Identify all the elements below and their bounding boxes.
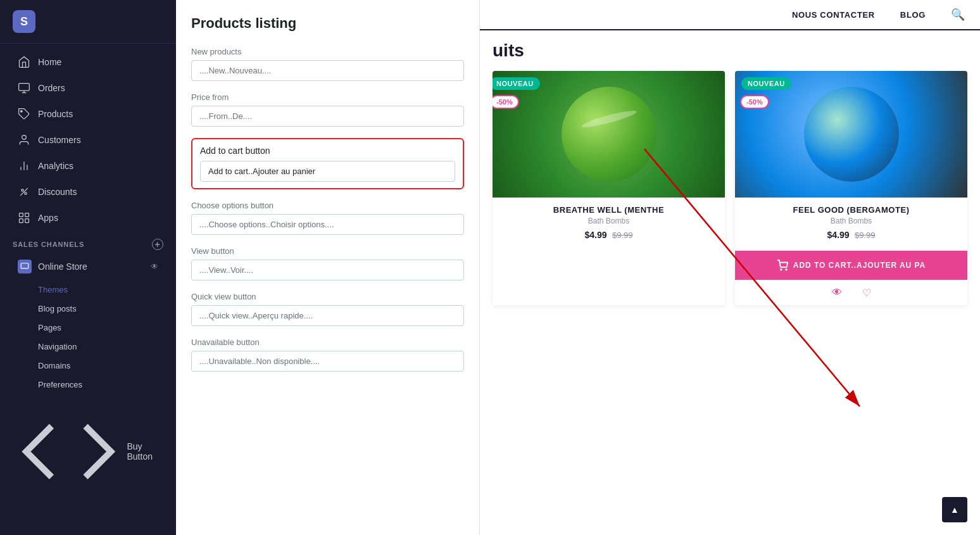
sidebar-logo: S <box>0 0 176 44</box>
sidebar-item-label: Analytics <box>38 161 73 171</box>
svg-rect-0 <box>19 84 30 91</box>
svg-rect-12 <box>20 219 23 223</box>
view-button-label: View button <box>191 246 464 256</box>
price-old-2: $9.99 <box>855 230 876 240</box>
sidebar-item-orders[interactable]: Orders <box>5 75 171 101</box>
sales-channels-label: SALES CHANNELS <box>13 241 84 248</box>
quick-view-input[interactable] <box>191 305 464 326</box>
sidebar-item-pages[interactable]: Pages <box>5 318 171 337</box>
cart-icon <box>777 260 788 271</box>
product-category-2: Bath Bombs <box>744 217 958 225</box>
discounts-icon <box>18 186 30 198</box>
nav-link-contact[interactable]: NOUS CONTACTER <box>792 10 875 20</box>
svg-point-9 <box>25 192 27 194</box>
product-image-green: NOUVEAU -50% <box>493 71 725 198</box>
store-header: NOUS CONTACTER BLOG 🔍 <box>480 0 980 30</box>
scroll-to-top-button[interactable]: ▲ <box>942 497 967 522</box>
badge-discount-1: -50% <box>493 95 519 109</box>
quick-view-icon[interactable]: 👁 <box>832 287 842 299</box>
products-grid: NOUVEAU -50% BREATHE WELL (MENTHE Bath B… <box>493 71 967 305</box>
online-store-left: Online Store <box>18 260 87 274</box>
sidebar-item-label: Home <box>38 57 61 67</box>
sidebar-item-products[interactable]: Products <box>5 101 171 127</box>
sidebar-item-themes[interactable]: Themes <box>5 280 171 299</box>
price-from-field: Price from <box>191 92 464 127</box>
nav-link-blog[interactable]: BLOG <box>900 10 926 20</box>
bath-bomb-green <box>562 87 656 182</box>
middle-panel: Products listing New products Price from… <box>176 0 480 535</box>
add-to-cart-label: Add to cart button <box>200 146 455 156</box>
product-price-2: $4.99 $9.99 <box>744 229 958 241</box>
sidebar-item-customers[interactable]: Customers <box>5 127 171 153</box>
sidebar: S Home Orders Products Customers Analyti… <box>0 0 176 535</box>
sidebar-item-home[interactable]: Home <box>5 49 171 75</box>
unavailable-field: Unavailable button <box>191 337 464 372</box>
sidebar-item-label: Customers <box>38 135 81 145</box>
product-card-1: NOUVEAU -50% BREATHE WELL (MENTHE Bath B… <box>493 71 725 305</box>
view-button-input[interactable] <box>191 260 464 280</box>
sidebar-item-preferences[interactable]: Preferences <box>5 375 171 394</box>
quick-view-field: Quick view button <box>191 292 464 326</box>
search-icon[interactable]: 🔍 <box>951 8 965 22</box>
product-name-2: FEEL GOOD (BERGAMOTE) <box>744 205 958 215</box>
product-card-2: NOUVEAU -50% FEEL GOOD (BERGAMOTE) Bath … <box>735 71 967 305</box>
bath-bomb-blue <box>804 87 899 182</box>
products-icon <box>18 108 30 120</box>
price-current-2: $4.99 <box>827 230 849 240</box>
choose-options-field: Choose options button <box>191 201 464 235</box>
price-from-label: Price from <box>191 92 464 102</box>
product-info-2: FEEL GOOD (BERGAMOTE) Bath Bombs $4.99 $… <box>735 198 967 246</box>
svg-point-4 <box>22 135 27 140</box>
new-products-label: New products <box>191 47 464 56</box>
new-products-input[interactable] <box>191 60 464 81</box>
apps-icon <box>18 211 30 224</box>
sidebar-item-blog-posts[interactable]: Blog posts <box>5 299 171 318</box>
add-to-cart-btn-label: ADD TO CART..AJOUTER AU PA <box>793 261 926 270</box>
svg-point-8 <box>22 189 23 191</box>
product-img-bg-green <box>493 71 725 198</box>
add-to-cart-button-2[interactable]: ADD TO CART..AJOUTER AU PA <box>735 251 967 280</box>
unavailable-input[interactable] <box>191 351 464 372</box>
product-img-bg-blue <box>735 71 967 198</box>
svg-point-16 <box>786 269 787 270</box>
customers-icon <box>18 134 30 146</box>
online-store-label: Online Store <box>38 261 87 272</box>
price-old-1: $9.99 <box>612 230 633 240</box>
online-store-eye-icon[interactable]: 👁 <box>151 262 158 271</box>
products-title: uits <box>493 41 967 61</box>
logo-letter: S <box>20 15 28 28</box>
sales-channels-section: SALES CHANNELS + <box>0 231 176 253</box>
svg-point-3 <box>21 111 23 113</box>
product-actions-2: 👁 ♡ <box>735 280 967 305</box>
sidebar-item-label: Orders <box>38 83 65 93</box>
svg-rect-13 <box>25 219 29 223</box>
analytics-icon <box>18 160 30 172</box>
add-to-cart-field: Add to cart button <box>191 138 464 189</box>
svg-rect-11 <box>25 213 29 217</box>
unavailable-label: Unavailable button <box>191 337 464 347</box>
product-info-1: BREATHE WELL (MENTHE Bath Bombs $4.99 $9… <box>493 198 725 246</box>
sidebar-item-navigation[interactable]: Navigation <box>5 337 171 356</box>
sidebar-item-online-store[interactable]: Online Store 👁 <box>5 253 171 280</box>
sidebar-item-buy-button[interactable]: Buy Button <box>5 394 171 508</box>
svg-rect-14 <box>21 263 28 268</box>
online-store-icon <box>18 260 32 274</box>
buy-button-label: Buy Button <box>127 441 158 462</box>
add-to-cart-input[interactable] <box>200 161 455 182</box>
sidebar-item-analytics[interactable]: Analytics <box>5 153 171 179</box>
orders-icon <box>18 82 30 94</box>
sidebar-item-discounts[interactable]: Discounts <box>5 179 171 205</box>
products-area: uits NOUVEAU -50% BREATHE WELL (MENTHE <box>480 30 980 531</box>
sidebar-item-label: Discounts <box>38 187 77 197</box>
quick-view-label: Quick view button <box>191 292 464 301</box>
add-sales-channel-button[interactable]: + <box>152 239 163 250</box>
product-category-1: Bath Bombs <box>501 217 716 225</box>
price-from-input[interactable] <box>191 106 464 127</box>
wishlist-icon[interactable]: ♡ <box>862 287 871 299</box>
sidebar-item-domains[interactable]: Domains <box>5 356 171 375</box>
product-image-blue: NOUVEAU -50% <box>735 71 967 198</box>
svg-point-15 <box>781 269 782 270</box>
sidebar-item-label: Apps <box>38 213 58 223</box>
sidebar-item-apps[interactable]: Apps <box>5 205 171 230</box>
choose-options-input[interactable] <box>191 214 464 235</box>
